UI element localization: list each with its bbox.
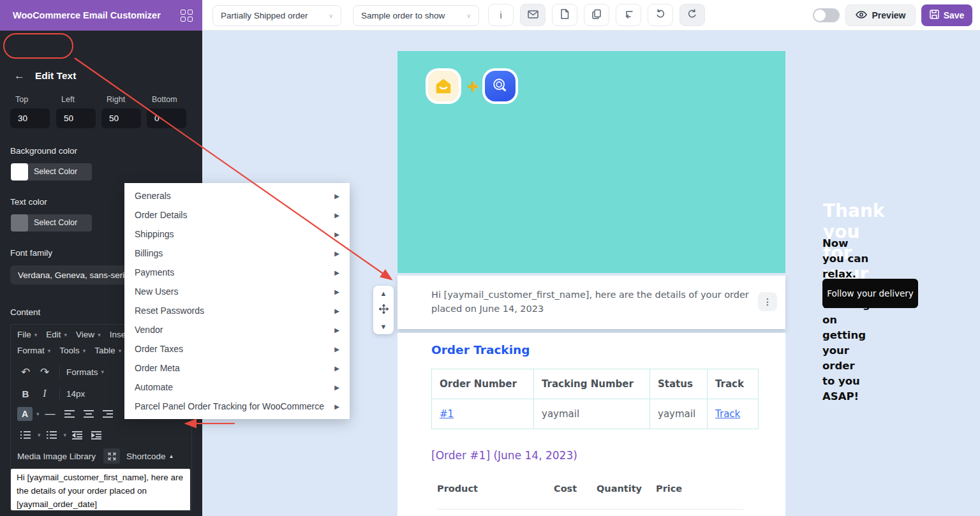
submenu-arrow-icon: ▶ xyxy=(334,269,339,276)
chevron-down-icon: ▾ xyxy=(64,432,67,438)
email-subtitle: Now you can relax. We're working on gett… xyxy=(822,236,870,404)
redo-icon xyxy=(687,9,697,21)
menu-table[interactable]: Table▾ xyxy=(94,346,121,355)
bold-button[interactable]: B xyxy=(17,386,34,401)
padding-top-input[interactable]: 30 xyxy=(10,108,50,128)
price-col-header: Price xyxy=(656,483,682,494)
padding-right-label: Right xyxy=(107,95,125,104)
padding-bottom-input[interactable]: 0 xyxy=(147,108,186,128)
back-arrow-icon[interactable]: ← xyxy=(14,70,25,82)
parcel-panel-logo xyxy=(482,68,518,104)
text-color-button[interactable]: A xyxy=(17,407,33,421)
kebab-icon: ⋮ xyxy=(763,297,772,307)
horizontal-rule-button[interactable]: — xyxy=(42,406,59,422)
product-col-header: Product xyxy=(437,483,478,494)
padding-left-input[interactable]: 50 xyxy=(56,108,96,128)
move-up-button[interactable]: ▲ xyxy=(380,290,387,297)
menu-format[interactable]: Format▾ xyxy=(17,346,50,355)
padding-bottom-label: Bottom xyxy=(152,95,177,104)
submenu-arrow-icon: ▶ xyxy=(334,384,339,391)
menu-file[interactable]: File▾ xyxy=(17,330,37,339)
numbered-list-button[interactable] xyxy=(43,427,60,443)
align-center-button[interactable] xyxy=(80,406,97,422)
plus-icon: ✚ xyxy=(468,79,479,94)
drag-handle-icon[interactable] xyxy=(379,304,389,316)
chevron-down-icon: ▾ xyxy=(101,369,105,375)
email-header-block[interactable]: ✚ Thank you for your order! Now you can … xyxy=(397,51,785,273)
padding-left-label: Left xyxy=(61,95,75,104)
chevron-down-icon: ▾ xyxy=(64,332,68,338)
menu-item-billings[interactable]: Billings▶ xyxy=(124,244,350,263)
menu-view[interactable]: View▾ xyxy=(76,330,101,339)
italic-button[interactable]: I xyxy=(36,386,53,401)
chevron-down-icon: ▾ xyxy=(34,332,38,338)
menu-item-shippings[interactable]: Shippings▶ xyxy=(124,225,350,244)
menu-item-reset-passwords[interactable]: Reset Passwords▶ xyxy=(124,301,350,320)
new-document-button[interactable] xyxy=(552,4,577,26)
background-color-picker[interactable]: Select Color xyxy=(11,163,92,181)
info-button[interactable]: i xyxy=(488,4,514,26)
redo-button[interactable] xyxy=(679,4,705,26)
chevron-up-icon: ▲ xyxy=(169,453,174,459)
follow-delivery-button[interactable]: Follow your delivery xyxy=(822,279,918,308)
bullet-list-button[interactable] xyxy=(17,427,34,443)
move-down-button[interactable]: ▼ xyxy=(380,323,387,330)
menu-item-parcel-panel[interactable]: Parcel Panel Order Tracking for WooComme… xyxy=(124,397,350,416)
media-library-button[interactable]: Media Image Library xyxy=(17,452,96,461)
greeting-block[interactable]: Hi [yaymail_customer_first_name], here a… xyxy=(397,276,785,329)
app-root: WooCommerce Email Customizer Partially S… xyxy=(0,0,980,516)
top-bar: WooCommerce Email Customizer Partially S… xyxy=(0,0,980,31)
menu-item-payments[interactable]: Payments▶ xyxy=(124,263,350,282)
order-number-link[interactable]: #1 xyxy=(440,408,454,420)
submenu-arrow-icon: ▶ xyxy=(334,250,339,257)
menu-edit[interactable]: Edit▾ xyxy=(46,330,67,339)
preview-button[interactable]: Preview xyxy=(845,4,916,26)
menu-item-automate[interactable]: Automate▶ xyxy=(124,378,350,397)
text-color-picker[interactable]: Select Color xyxy=(11,214,92,232)
menu-item-order-meta[interactable]: Order Meta▶ xyxy=(124,358,350,378)
chevron-down-icon: ▾ xyxy=(38,432,41,438)
indent-button[interactable] xyxy=(88,427,105,443)
copy-button[interactable] xyxy=(584,4,609,26)
col-order-number: Order Number xyxy=(432,369,534,399)
shortcode-dropdown[interactable]: Shortcode▲ xyxy=(126,452,174,461)
outdent-button[interactable] xyxy=(69,427,85,443)
send-test-email-button[interactable] xyxy=(520,4,546,26)
order-tracking-table: Order Number Tracking Number Status Trac… xyxy=(431,369,759,429)
align-right-button[interactable] xyxy=(100,406,116,422)
email-body-block[interactable]: Order Tracking Order Number Tracking Num… xyxy=(397,333,785,516)
editor-toolbar-row5: Media Image Library Shortcode▲ xyxy=(11,448,191,464)
undo-icon[interactable]: ↶ xyxy=(17,364,34,380)
formats-dropdown[interactable]: Formats▾ xyxy=(66,367,104,377)
align-left-button[interactable] xyxy=(61,406,78,422)
chevron-down-icon: ˅ xyxy=(467,12,471,20)
fullscreen-icon[interactable] xyxy=(103,448,120,464)
undo-button[interactable] xyxy=(648,4,673,26)
menu-item-generals[interactable]: Generals▶ xyxy=(124,186,350,205)
editor-content-text[interactable]: Hi [yaymail_customer_first_name], here a… xyxy=(11,469,190,511)
submenu-arrow-icon: ▶ xyxy=(334,193,339,200)
track-link[interactable]: Track xyxy=(715,408,740,420)
sample-order-dropdown[interactable]: Sample order to show ˅ xyxy=(353,5,479,26)
save-icon xyxy=(930,10,939,21)
redo-icon[interactable]: ↷ xyxy=(36,364,53,380)
content-label: Content xyxy=(10,307,40,317)
text-color-swatch[interactable] xyxy=(11,214,28,232)
background-color-swatch[interactable] xyxy=(11,163,28,181)
text-color-label: Text color xyxy=(10,197,47,207)
apps-grid-icon[interactable] xyxy=(181,10,193,22)
menu-item-new-users[interactable]: New Users▶ xyxy=(124,282,350,301)
template-dropdown[interactable]: Partially Shipped order ˅ xyxy=(212,5,341,26)
save-button[interactable]: Save xyxy=(921,4,972,26)
submenu-arrow-icon: ▶ xyxy=(334,288,339,295)
menu-tools[interactable]: Tools▾ xyxy=(59,346,85,355)
menu-item-vendor[interactable]: Vendor▶ xyxy=(124,320,350,339)
panel-header[interactable]: ← Edit Text xyxy=(14,70,76,82)
menu-item-order-taxes[interactable]: Order Taxes▶ xyxy=(124,339,350,358)
menu-item-order-details[interactable]: Order Details▶ xyxy=(124,205,350,225)
document-icon xyxy=(560,9,569,22)
block-options-button[interactable]: ⋮ xyxy=(758,292,777,311)
preview-mode-toggle[interactable] xyxy=(813,8,840,22)
padding-right-input[interactable]: 50 xyxy=(101,108,141,128)
reset-button[interactable] xyxy=(616,4,641,26)
